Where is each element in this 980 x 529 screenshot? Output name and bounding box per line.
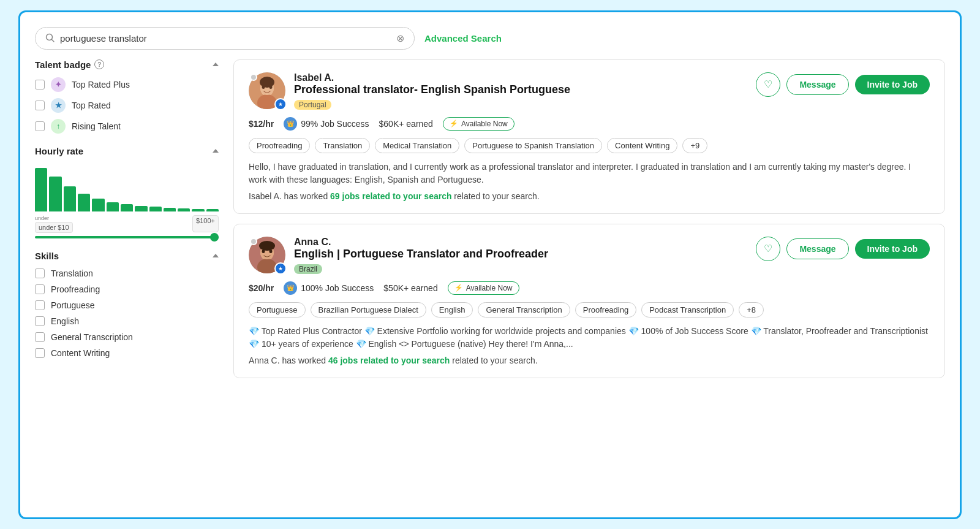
top-rated-plus-icon: ✦ bbox=[51, 77, 66, 92]
isabel-tag-translation[interactable]: Translation bbox=[315, 138, 370, 153]
isabel-invite-button[interactable]: Invite to Job bbox=[855, 75, 930, 94]
card-actions-isabel: ♡ Message Invite to Job bbox=[756, 72, 930, 97]
anna-bio: 💎 Top Rated Plus Contractor 💎 Extensive … bbox=[249, 325, 930, 351]
general-transcription-checkbox[interactable] bbox=[35, 332, 45, 342]
skills-section: Skills Translation Proofreading Portugue… bbox=[35, 251, 219, 358]
app-container: ⊗ Advanced Search Talent badge ? ✦ Top R… bbox=[18, 10, 962, 519]
isabel-online-dot bbox=[250, 74, 257, 81]
advanced-search-link[interactable]: Advanced Search bbox=[424, 33, 502, 44]
anna-tag-general-transcription[interactable]: General Transcription bbox=[478, 302, 570, 318]
isabel-job-success: 👑 99% Job Success bbox=[284, 117, 369, 131]
search-box[interactable]: ⊗ bbox=[35, 27, 415, 50]
skill-item-proofreading: Proofreading bbox=[35, 284, 219, 294]
proofreading-checkbox[interactable] bbox=[35, 284, 45, 294]
isabel-stats: $12/hr 👑 99% Job Success $60K+ earned ⚡ … bbox=[249, 117, 930, 131]
translation-label: Translation bbox=[51, 268, 93, 278]
rising-talent-checkbox[interactable] bbox=[35, 121, 45, 131]
anna-invite-button[interactable]: Invite to Job bbox=[855, 239, 930, 259]
badge-item-top-rated-plus: ✦ Top Rated Plus bbox=[35, 77, 219, 92]
card-header-isabel: ★ Isabel A. Professional translator- Eng… bbox=[249, 72, 930, 110]
svg-point-8 bbox=[260, 77, 274, 88]
translation-checkbox[interactable] bbox=[35, 268, 45, 278]
isabel-save-button[interactable]: ♡ bbox=[756, 72, 780, 97]
card-actions-anna: ♡ Message Invite to Job bbox=[756, 237, 930, 261]
anna-title: English | Portuguese Translator and Proo… bbox=[294, 248, 548, 261]
svg-point-15 bbox=[259, 241, 275, 251]
rate-slider-track[interactable] bbox=[35, 236, 219, 238]
isabel-message-button[interactable]: Message bbox=[786, 74, 848, 95]
portuguese-label: Portuguese bbox=[51, 300, 95, 310]
isabel-tag-medical-translation[interactable]: Medical Translation bbox=[375, 138, 459, 153]
search-input[interactable] bbox=[60, 33, 391, 44]
bar-9 bbox=[149, 207, 162, 211]
skill-item-english: English bbox=[35, 316, 219, 326]
bar-3 bbox=[64, 186, 76, 211]
isabel-jobs-worked: Isabel A. has worked 69 jobs related to … bbox=[249, 191, 930, 201]
anna-available-text: Available Now bbox=[466, 284, 513, 292]
anna-rate: $20/hr bbox=[249, 283, 274, 293]
anna-tag-proofreading[interactable]: Proofreading bbox=[575, 302, 636, 318]
english-checkbox[interactable] bbox=[35, 316, 45, 326]
anna-name: Anna C. bbox=[294, 237, 548, 248]
isabel-tag-content-writing[interactable]: Content Writing bbox=[607, 138, 677, 153]
bar-12 bbox=[192, 209, 204, 211]
skills-title: Skills bbox=[35, 251, 59, 261]
clear-search-icon[interactable]: ⊗ bbox=[396, 32, 404, 44]
anna-tag-english[interactable]: English bbox=[431, 302, 473, 318]
hourly-rate-collapse-icon[interactable] bbox=[213, 149, 219, 153]
anna-save-button[interactable]: ♡ bbox=[756, 237, 780, 261]
bar-1 bbox=[35, 168, 47, 211]
anna-tag-portuguese[interactable]: Portuguese bbox=[249, 302, 306, 318]
badge-item-rising-talent: ↑ Rising Talent bbox=[35, 119, 219, 134]
skill-item-translation: Translation bbox=[35, 268, 219, 278]
bar-10 bbox=[164, 208, 176, 211]
talent-badge-header: Talent badge ? bbox=[35, 59, 219, 70]
talent-badge-collapse-icon[interactable] bbox=[213, 63, 219, 66]
content-writing-label: Content Writing bbox=[51, 348, 110, 358]
isabel-bio: Hello, I have graduated in translation, … bbox=[249, 161, 930, 186]
max-rate-value: $100+ bbox=[192, 215, 219, 232]
anna-more-tags[interactable]: +8 bbox=[739, 302, 764, 318]
anna-job-success: 👑 100% Job Success bbox=[284, 281, 374, 295]
content-writing-checkbox[interactable] bbox=[35, 348, 45, 358]
isabel-rate: $12/hr bbox=[249, 119, 274, 129]
talent-badge-section: Talent badge ? ✦ Top Rated Plus ★ Top Ra… bbox=[35, 59, 219, 134]
portuguese-checkbox[interactable] bbox=[35, 300, 45, 310]
isabel-jobs-count: 69 jobs related to your search bbox=[330, 191, 451, 201]
anna-tag-brazilian-portuguese[interactable]: Brazilian Portuguese Dialect bbox=[311, 302, 426, 318]
skill-item-general-transcription: General Transcription bbox=[35, 332, 219, 342]
isabel-top-rated-badge: ★ bbox=[274, 98, 287, 110]
rate-slider-thumb[interactable] bbox=[210, 233, 219, 242]
anna-info: Anna C. English | Portuguese Translator … bbox=[294, 237, 548, 274]
anna-top-rated-badge: ★ bbox=[274, 262, 287, 275]
isabel-title: Professional translator- English Spanish… bbox=[294, 83, 570, 96]
card-header-anna: ★ Anna C. English | Portuguese Translato… bbox=[249, 237, 930, 274]
results-area: ★ Isabel A. Professional translator- Eng… bbox=[233, 59, 945, 503]
anna-crown-icon: 👑 bbox=[284, 281, 297, 295]
anna-stats: $20/hr 👑 100% Job Success $50K+ earned ⚡… bbox=[249, 281, 930, 295]
top-rated-checkbox[interactable] bbox=[35, 101, 45, 110]
isabel-available-badge: ⚡ Available Now bbox=[443, 117, 514, 131]
top-rated-plus-checkbox[interactable] bbox=[35, 80, 45, 89]
bar-13 bbox=[206, 209, 219, 211]
skills-collapse-icon[interactable] bbox=[213, 254, 219, 257]
anna-earned: $50K+ earned bbox=[383, 283, 437, 293]
lightning-icon-anna: ⚡ bbox=[454, 284, 463, 292]
result-card-isabel: ★ Isabel A. Professional translator- Eng… bbox=[233, 59, 945, 214]
anna-available-badge: ⚡ Available Now bbox=[448, 281, 519, 295]
top-rated-plus-label: Top Rated Plus bbox=[72, 80, 130, 89]
card-left-isabel: ★ Isabel A. Professional translator- Eng… bbox=[249, 72, 570, 110]
talent-badge-info-icon[interactable]: ? bbox=[94, 59, 104, 69]
anna-tag-podcast-transcription[interactable]: Podcast Transcription bbox=[641, 302, 734, 318]
isabel-tag-proofreading[interactable]: Proofreading bbox=[249, 138, 310, 153]
lightning-icon-isabel: ⚡ bbox=[450, 120, 458, 127]
isabel-available-text: Available Now bbox=[461, 120, 508, 128]
anna-message-button[interactable]: Message bbox=[786, 238, 848, 259]
isabel-more-tags[interactable]: +9 bbox=[682, 138, 707, 153]
anna-job-success-text: 100% Job Success bbox=[301, 283, 374, 293]
isabel-earned: $60K+ earned bbox=[379, 119, 433, 129]
isabel-tag-pt-es-translation[interactable]: Portuguese to Spanish Translation bbox=[464, 138, 602, 153]
svg-line-1 bbox=[52, 40, 55, 42]
avatar-wrapper-isabel: ★ bbox=[249, 72, 285, 109]
bar-4 bbox=[78, 194, 90, 211]
